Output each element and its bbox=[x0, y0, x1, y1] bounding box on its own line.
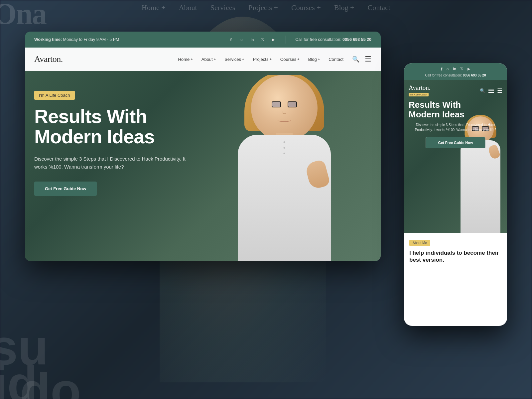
mobile-logo-badge: I'm A Life Coach bbox=[409, 93, 429, 96]
hero-person bbox=[208, 75, 361, 261]
mobile-hamburger-icon[interactable]: ☰ bbox=[497, 87, 502, 94]
mobile-hero: Avarton. I'm A Life Coach 🔍 ☰ Results Wi bbox=[404, 80, 507, 233]
mobile-about-section: About Me I help individuals to become th… bbox=[404, 233, 507, 279]
navbar-icons: 🔍 ☰ bbox=[352, 55, 371, 64]
bg-nav-projects: Projects + bbox=[248, 3, 278, 12]
mobile-title-line2: Modern Ideas bbox=[409, 109, 465, 119]
mobile-linkedin-icon bbox=[453, 66, 456, 71]
desktop-topbar: Working time: Monday to Friday 9 AM - 5 … bbox=[25, 32, 381, 48]
mobile-topbar: Call for free consultation: 0056 693 55 … bbox=[404, 63, 507, 80]
mobile-instagram-icon bbox=[446, 66, 449, 71]
mobile-menu-icon[interactable] bbox=[488, 89, 494, 93]
mobile-search-icon[interactable]: 🔍 bbox=[480, 88, 485, 93]
topbar-social bbox=[228, 37, 276, 43]
linkedin-icon bbox=[249, 37, 255, 43]
mobile-hero-content: Avarton. I'm A Life Coach 🔍 ☰ Results Wi bbox=[404, 80, 507, 148]
mobile-mockup: Call for free consultation: 0056 693 55 … bbox=[404, 63, 507, 326]
menu-icon[interactable]: ☰ bbox=[365, 55, 371, 64]
desktop-mockup: Working time: Monday to Friday 9 AM - 5 … bbox=[25, 32, 381, 261]
hero-content: I'm A Life Coach Results With Modern Ide… bbox=[34, 91, 194, 196]
desktop-navbar: Avarton. Home + About + Services + Proje… bbox=[25, 48, 381, 71]
bg-nav-home: Home + bbox=[142, 3, 166, 12]
navbar-logo: Avarton. bbox=[34, 54, 63, 64]
person-body bbox=[238, 135, 331, 261]
consultation-text: Call for free consultation: 0056 693 55 … bbox=[295, 37, 371, 42]
nav-home[interactable]: Home + bbox=[175, 55, 196, 64]
mobile-nav-icons: 🔍 ☰ bbox=[480, 87, 502, 94]
mobile-person-body bbox=[461, 140, 500, 233]
hero-badge: I'm A Life Coach bbox=[34, 91, 75, 100]
nav-blog[interactable]: Blog + bbox=[305, 55, 323, 64]
mobile-social-icons bbox=[409, 66, 502, 71]
twitter-icon bbox=[260, 37, 266, 43]
desktop-hero: I'm A Life Coach Results With Modern Ide… bbox=[25, 71, 381, 261]
navbar-menu: Home + About + Services + Projects + Cou… bbox=[175, 55, 347, 64]
bg-logo-text: Ona bbox=[0, 0, 46, 31]
nav-projects[interactable]: Projects + bbox=[249, 55, 275, 64]
mobile-hero-title: Results With Modern Ideas bbox=[409, 100, 502, 119]
nav-courses[interactable]: Courses + bbox=[277, 55, 303, 64]
hero-subtitle: Discover the simple 3 Steps that I Disco… bbox=[34, 155, 194, 171]
bg-nav-services: Services bbox=[210, 3, 235, 12]
person-face bbox=[251, 75, 318, 141]
mobile-logo-text: Avarton. bbox=[409, 84, 431, 91]
facebook-icon bbox=[228, 37, 234, 43]
mobile-twitter-icon bbox=[460, 66, 464, 71]
bg-nav-courses: Courses + bbox=[291, 3, 321, 12]
bg-hero-word3: do bbox=[20, 366, 81, 399]
bg-nav-contact: Contact bbox=[368, 3, 390, 12]
mobile-hero-subtitle: Discover the simple 3 Steps that I Disco… bbox=[409, 122, 502, 132]
hero-title-line1: Results With bbox=[34, 105, 147, 127]
search-icon[interactable]: 🔍 bbox=[352, 56, 359, 63]
mobile-navbar: Avarton. I'm A Life Coach 🔍 ☰ bbox=[409, 84, 502, 97]
hero-title: Results With Modern Ideas bbox=[34, 106, 194, 147]
mobile-youtube-icon bbox=[467, 66, 470, 71]
working-time-label: Working time: Monday to Friday 9 AM - 5 … bbox=[34, 37, 119, 42]
mobile-facebook-icon bbox=[441, 66, 442, 71]
divider bbox=[286, 36, 286, 44]
nav-about[interactable]: About + bbox=[198, 55, 219, 64]
hero-title-line2: Modern Ideas bbox=[34, 126, 155, 147]
nav-contact[interactable]: Contact bbox=[325, 55, 347, 64]
bg-nav-about: About bbox=[179, 3, 197, 12]
mobile-consultation: Call for free consultation: 0056 693 55 … bbox=[409, 73, 502, 77]
mobile-logo: Avarton. I'm A Life Coach bbox=[409, 84, 431, 97]
instagram-icon bbox=[238, 37, 244, 43]
youtube-icon bbox=[270, 37, 276, 43]
about-badge: About Me bbox=[409, 240, 430, 246]
mobile-title-line1: Results With bbox=[409, 100, 461, 110]
bg-nav-blog: Blog + bbox=[334, 3, 354, 12]
hero-cta-button[interactable]: Get Free Guide Now bbox=[34, 182, 97, 196]
mobile-cta-button[interactable]: Get Free Guide Now bbox=[426, 137, 485, 148]
bg-nav: Home + About Services Projects + Courses… bbox=[142, 3, 390, 12]
nav-services[interactable]: Services + bbox=[221, 55, 247, 64]
about-title: I help individuals to become their best … bbox=[409, 249, 502, 264]
